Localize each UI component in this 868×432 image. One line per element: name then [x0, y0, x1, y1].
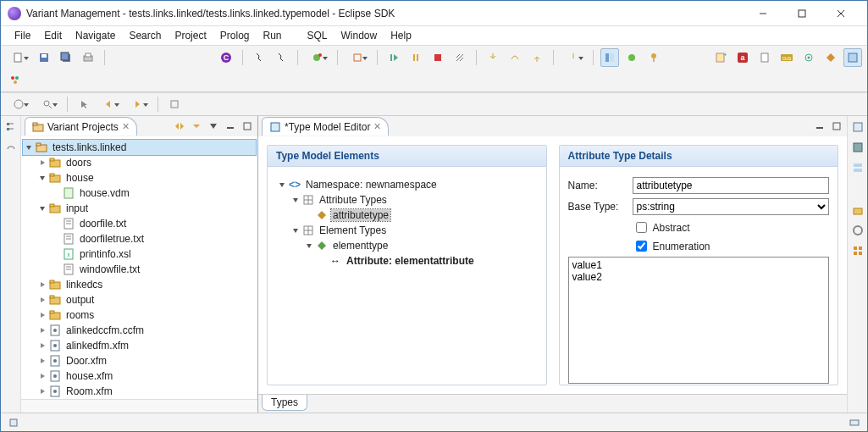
twisty-icon[interactable] — [36, 324, 48, 336]
link-with-editor-icon[interactable] — [173, 119, 186, 133]
close-button[interactable] — [821, 1, 860, 26]
close-editor-icon[interactable]: ✕ — [373, 121, 381, 132]
twisty-icon[interactable] — [290, 194, 301, 206]
twisty-icon[interactable] — [303, 240, 315, 252]
doc-button[interactable] — [755, 48, 774, 67]
debug-c-button[interactable]: C — [217, 48, 235, 67]
tree-item[interactable]: output — [64, 294, 96, 306]
trim-outline-icon[interactable] — [850, 119, 865, 135]
project-tree[interactable]: tests.links.linked doors house house.vdm… — [21, 136, 257, 399]
tree-item[interactable]: windowfile.txt — [78, 263, 141, 275]
tree-item[interactable]: Door.xfm — [64, 355, 108, 367]
twisty-icon[interactable] — [36, 157, 48, 169]
menu-prolog[interactable]: Prolog — [213, 28, 257, 43]
attributetype-item[interactable]: attributetype — [331, 209, 390, 221]
trim-book-icon[interactable] — [850, 140, 865, 155]
twisty-icon[interactable] — [23, 141, 35, 153]
twisty-icon[interactable] — [290, 224, 301, 236]
nav-zoom-button[interactable] — [35, 95, 60, 114]
runner2-button[interactable] — [272, 48, 290, 67]
menu-edit[interactable]: Edit — [37, 28, 69, 43]
step-filter-button[interactable] — [561, 48, 586, 67]
enumeration-values-textarea[interactable]: value1 value2 — [568, 257, 830, 384]
layout-active-button[interactable] — [843, 48, 862, 67]
runner1-button[interactable] — [250, 48, 268, 67]
base-type-select[interactable]: ps:string — [633, 198, 830, 215]
menu-window[interactable]: Window — [334, 28, 384, 43]
status-left-icon[interactable] — [6, 415, 21, 430]
save-button[interactable] — [35, 48, 53, 67]
twisty-icon[interactable] — [36, 370, 48, 382]
a-badge-button[interactable]: a — [733, 48, 752, 67]
name-input[interactable] — [633, 177, 830, 194]
tree-item[interactable]: alinkedfm.xfm — [64, 340, 130, 352]
element-types-item[interactable]: Element Types — [318, 224, 388, 236]
tree-item[interactable]: house.xfm — [64, 370, 114, 382]
external-tools-button[interactable] — [345, 48, 370, 67]
tree-item[interactable]: rooms — [64, 309, 96, 321]
tree-item[interactable]: doors — [64, 157, 93, 169]
trim-ring-icon[interactable] — [850, 223, 865, 238]
perspective1-button[interactable] — [600, 48, 619, 67]
menu-help[interactable]: Help — [384, 28, 418, 43]
abstract-checkbox[interactable] — [636, 222, 647, 233]
tree-item[interactable]: linkedcs — [64, 279, 104, 291]
minimize-button[interactable] — [744, 1, 782, 26]
trim-layers-icon[interactable] — [850, 160, 865, 175]
gear-star-button[interactable] — [799, 48, 818, 67]
maximize-view-icon[interactable] — [240, 119, 254, 133]
trim-folder-icon[interactable] — [850, 202, 865, 218]
save-all-button[interactable] — [57, 48, 75, 67]
perspective-pin-button[interactable] — [644, 48, 663, 67]
terminate-button[interactable] — [428, 48, 447, 67]
twisty-icon[interactable] — [276, 179, 288, 191]
elementattribute-item[interactable]: Attribute: elementattribute — [345, 255, 476, 267]
resume-button[interactable] — [384, 48, 403, 67]
twisty-icon[interactable] — [36, 355, 48, 367]
namespace-item[interactable]: Namespace: newnamespace — [304, 179, 439, 191]
perspective-bug-button[interactable] — [622, 48, 641, 67]
variant-projects-tab[interactable]: Variant Projects ✕ — [25, 117, 137, 136]
menu-project[interactable]: Project — [168, 28, 213, 43]
twisty-icon[interactable] — [36, 279, 48, 291]
step-over-button[interactable] — [506, 48, 524, 67]
nav-compass-button[interactable] — [6, 95, 31, 114]
twisty-icon[interactable] — [36, 172, 48, 184]
menu-run[interactable]: Run — [256, 28, 288, 43]
print-button[interactable] — [79, 48, 97, 67]
nav-forward-button[interactable] — [125, 95, 151, 114]
menu-navigate[interactable]: Navigate — [69, 28, 122, 43]
type-model-tree[interactable]: <>Namespace: newnamespace Attribute Type… — [268, 167, 546, 385]
tree-item[interactable]: printinfo.xsl — [78, 248, 133, 260]
tree-item[interactable]: house.vdm — [78, 187, 131, 199]
tree-item[interactable]: Room.xfm — [64, 385, 114, 397]
cus-badge-button[interactable]: cus — [777, 48, 796, 67]
nav-pointer-button[interactable] — [75, 95, 93, 114]
editor-tab[interactable]: *Type Model Editor ✕ — [262, 117, 389, 136]
new-button[interactable] — [6, 48, 31, 67]
twisty-icon[interactable] — [36, 385, 48, 397]
collapse-all-icon[interactable] — [190, 119, 203, 133]
elementtype-item[interactable]: elementtype — [331, 240, 390, 252]
maximize-button[interactable] — [782, 1, 821, 26]
status-right-icon[interactable] — [847, 415, 862, 430]
suspend-button[interactable] — [406, 48, 425, 67]
disconnect-button[interactable] — [451, 48, 469, 67]
tree-item-root[interactable]: tests.links.linked — [51, 141, 128, 153]
new-model-button[interactable]: + — [711, 48, 730, 67]
minimize-view-icon[interactable] — [224, 119, 237, 133]
step-return-button[interactable] — [528, 48, 546, 67]
tree-item[interactable]: doorfiletrue.txt — [78, 233, 146, 245]
step-into-button[interactable] — [484, 48, 502, 67]
tree-item[interactable]: doorfile.txt — [78, 218, 128, 230]
trim-tree-icon[interactable] — [3, 119, 19, 135]
menu-sql[interactable]: SQL — [301, 28, 334, 43]
twisty-icon[interactable] — [36, 309, 48, 321]
view-menu-icon[interactable] — [207, 119, 220, 133]
tree-item[interactable]: house — [64, 172, 96, 184]
minimize-editor-icon[interactable] — [813, 119, 827, 133]
twisty-icon[interactable] — [36, 340, 48, 352]
menu-search[interactable]: Search — [122, 28, 168, 43]
maximize-editor-icon[interactable] — [830, 119, 843, 133]
palette-button[interactable] — [6, 70, 25, 89]
